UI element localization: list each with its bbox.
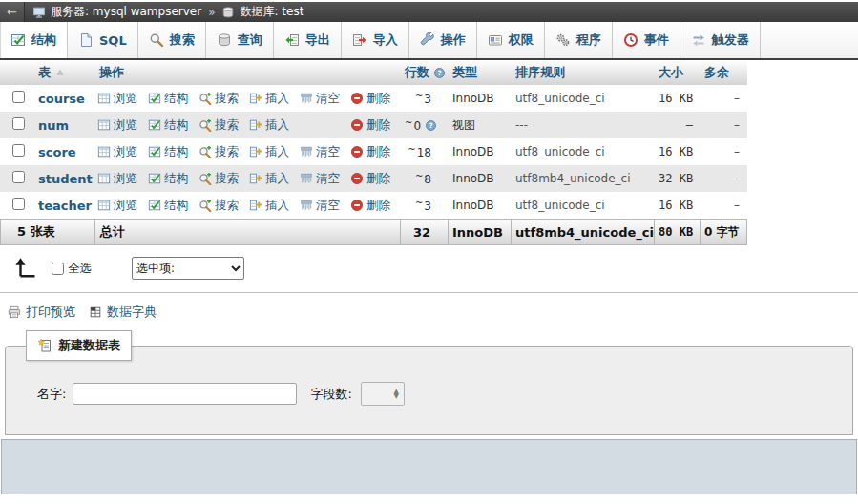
- action-label: 结构: [164, 144, 188, 160]
- search-action[interactable]: 搜索: [199, 171, 249, 187]
- tab-sql[interactable]: SQL: [68, 22, 138, 58]
- type-cell: InnoDB: [449, 85, 512, 112]
- row-checkbox[interactable]: [12, 144, 25, 157]
- drop-action[interactable]: 删除: [350, 91, 397, 107]
- insert-action[interactable]: 插入: [249, 117, 300, 134]
- column-header-overhead[interactable]: 多余: [701, 60, 747, 85]
- tab-structure[interactable]: 结构: [0, 22, 68, 58]
- structure-action[interactable]: 结构: [148, 117, 199, 134]
- breadcrumb-server[interactable]: 服务器: mysql wampserver: [51, 4, 201, 20]
- approx-tilde: ~: [408, 144, 415, 155]
- drop-action[interactable]: 删除: [350, 171, 397, 187]
- browse-action[interactable]: 浏览: [97, 198, 148, 214]
- action-label: 删除: [366, 198, 390, 214]
- tab-privileges[interactable]: 权限: [477, 22, 545, 58]
- with-selected-dropdown[interactable]: 选中项:: [132, 257, 244, 280]
- totals-row: 5 张表 总计 32 InnoDB utf8mb4_unicode_ci 80 …: [0, 219, 747, 245]
- help-icon[interactable]: [425, 119, 437, 132]
- table-name-link[interactable]: score: [38, 145, 76, 159]
- tab-events[interactable]: 事件: [613, 22, 680, 58]
- structure-icon: [10, 32, 26, 48]
- structure-action[interactable]: 结构: [148, 198, 199, 214]
- breadcrumb-separator: »: [208, 6, 215, 19]
- privileges-card-icon: [488, 32, 503, 48]
- drop-action[interactable]: 删除: [350, 144, 397, 160]
- help-icon[interactable]: [433, 67, 446, 79]
- stepper-down-icon[interactable]: ▼: [393, 394, 398, 399]
- search-action[interactable]: 搜索: [199, 117, 249, 134]
- insert-icon: [249, 145, 262, 158]
- check-all-checkbox[interactable]: [52, 262, 64, 275]
- columns-count-stepper[interactable]: ▲ ▼: [361, 382, 405, 406]
- browse-action[interactable]: 浏览: [97, 91, 148, 107]
- check-all[interactable]: 全选: [52, 261, 92, 280]
- table-name-link[interactable]: teacher: [38, 199, 92, 213]
- empty-action[interactable]: 清空: [300, 91, 350, 107]
- action-label: 插入: [265, 117, 289, 134]
- empty-icon: [300, 92, 313, 105]
- tab-label: 程序: [576, 32, 601, 49]
- table-name-input[interactable]: [73, 383, 297, 405]
- browse-action[interactable]: 浏览: [97, 117, 148, 134]
- search-action[interactable]: 搜索: [199, 198, 249, 214]
- back-button[interactable]: ←: [0, 2, 25, 22]
- structure-action[interactable]: 结构: [148, 171, 199, 187]
- search-action[interactable]: 搜索: [199, 144, 249, 160]
- insert-action[interactable]: 插入: [249, 144, 300, 160]
- tab-import[interactable]: 导入: [342, 22, 409, 58]
- tab-query[interactable]: 查询: [206, 22, 274, 58]
- print-view-link[interactable]: 打印预览: [8, 304, 75, 321]
- tab-operations[interactable]: 操作: [409, 22, 477, 58]
- table-name-link[interactable]: student: [38, 172, 93, 186]
- overhead-cell: –: [701, 165, 747, 192]
- structure-action[interactable]: 结构: [148, 91, 199, 107]
- totals-overhead: 0 字节: [701, 219, 747, 245]
- action-label: 搜索: [215, 91, 239, 107]
- insert-action[interactable]: 插入: [249, 171, 300, 187]
- browse-icon: [97, 145, 111, 158]
- insert-action[interactable]: 插入: [249, 91, 300, 107]
- tab-routines[interactable]: 程序: [545, 22, 613, 58]
- type-cell: InnoDB: [449, 192, 512, 219]
- tab-triggers[interactable]: 触发器: [680, 22, 761, 58]
- mark-all-arrow-icon: [13, 257, 36, 280]
- tab-export[interactable]: 导出: [274, 22, 342, 58]
- type-cell: InnoDB: [449, 165, 512, 192]
- row-checkbox[interactable]: [12, 198, 25, 210]
- drop-action[interactable]: 删除: [350, 117, 397, 134]
- column-header-size[interactable]: 大小: [655, 60, 701, 85]
- empty-action[interactable]: 清空: [300, 171, 350, 187]
- row-checkbox[interactable]: [12, 91, 25, 103]
- structure-icon: [148, 172, 161, 185]
- tab-bar: 结构 SQL 搜索 查询 导出 导入 操作 权限 程序 事件 触发器: [0, 22, 858, 60]
- data-dictionary-link[interactable]: 数据字典: [89, 304, 157, 321]
- browse-action[interactable]: 浏览: [97, 171, 148, 187]
- tab-search[interactable]: 搜索: [138, 22, 206, 58]
- column-header-table[interactable]: 表: [34, 60, 95, 85]
- check-all-label: 全选: [68, 261, 92, 277]
- action-label: 删除: [366, 91, 390, 107]
- sql-icon: [78, 32, 94, 48]
- empty-action[interactable]: 清空: [300, 198, 350, 214]
- column-header-rows[interactable]: 行数: [401, 60, 449, 85]
- column-header-collation[interactable]: 排序规则: [512, 60, 655, 85]
- tab-label: SQL: [99, 33, 127, 48]
- browse-action[interactable]: 浏览: [97, 144, 148, 160]
- data-dictionary-icon: [89, 305, 102, 319]
- tab-label: 导入: [373, 32, 398, 49]
- insert-action[interactable]: 插入: [249, 198, 300, 214]
- structure-action[interactable]: 结构: [148, 144, 199, 160]
- table-name-link[interactable]: num: [38, 118, 69, 133]
- drop-action[interactable]: 删除: [350, 198, 397, 214]
- empty-action[interactable]: 清空: [300, 144, 350, 160]
- column-header-type[interactable]: 类型: [449, 60, 512, 85]
- row-checkbox[interactable]: [12, 117, 25, 130]
- row-checkbox[interactable]: [12, 171, 25, 183]
- gears-icon: [555, 32, 571, 48]
- table-name-link[interactable]: course: [38, 92, 85, 106]
- breadcrumb-database[interactable]: 数据库: test: [240, 4, 303, 20]
- action-label: 删除: [366, 144, 390, 160]
- browse-icon: [97, 118, 111, 132]
- table-header-row: 表 操作 行数 类型 排序规则 大小 多余: [0, 60, 747, 85]
- search-action[interactable]: 搜索: [199, 91, 249, 107]
